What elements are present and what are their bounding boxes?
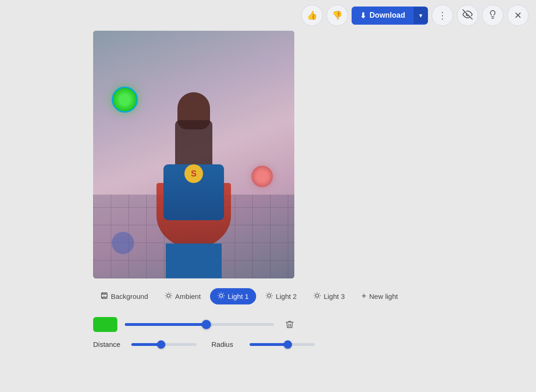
svg-line-25 bbox=[267, 293, 267, 294]
tab-ambient[interactable]: Ambient bbox=[157, 288, 208, 304]
svg-point-22 bbox=[268, 294, 271, 297]
svg-line-26 bbox=[271, 297, 271, 298]
toolbar: 👍 👎 ⬇ Download ▾ ⋮ bbox=[0, 0, 536, 31]
chevron-down-icon: ▾ bbox=[419, 12, 422, 19]
tab-light3[interactable]: Light 3 bbox=[306, 288, 352, 304]
trash-icon bbox=[285, 320, 294, 329]
color-row bbox=[93, 316, 315, 333]
controls-area: Distance Radius bbox=[93, 316, 315, 348]
svg-line-17 bbox=[223, 297, 224, 298]
thumbs-up-button[interactable]: 👍 bbox=[301, 5, 323, 26]
more-options-button[interactable]: ⋮ bbox=[432, 5, 453, 26]
lighting-toggle-button[interactable] bbox=[482, 5, 503, 26]
thumbs-up-icon: 👍 bbox=[307, 10, 317, 20]
svg-point-13 bbox=[220, 294, 223, 297]
close-icon: ✕ bbox=[514, 10, 522, 21]
tab-new-light[interactable]: + New light bbox=[354, 288, 405, 305]
tab-light1[interactable]: Light 1 bbox=[210, 288, 256, 304]
color-swatch[interactable] bbox=[93, 317, 117, 332]
radius-control: Radius bbox=[211, 340, 315, 348]
tab-background-label: Background bbox=[111, 292, 148, 300]
svg-line-35 bbox=[319, 297, 319, 298]
light-dot-blue[interactable] bbox=[112, 232, 134, 254]
svg-line-20 bbox=[219, 297, 219, 298]
plus-icon: + bbox=[361, 291, 366, 301]
close-button[interactable]: ✕ bbox=[507, 5, 529, 26]
svg-line-29 bbox=[267, 297, 267, 298]
svg-point-31 bbox=[316, 294, 319, 297]
radius-slider[interactable] bbox=[250, 343, 315, 346]
light2-icon bbox=[265, 292, 273, 301]
download-label: Download bbox=[370, 11, 405, 20]
download-button-group: ⬇ Download ▾ bbox=[352, 7, 428, 25]
ambient-icon bbox=[165, 292, 172, 301]
distance-slider[interactable] bbox=[131, 343, 197, 346]
delete-light-button[interactable] bbox=[281, 316, 298, 333]
svg-line-7 bbox=[166, 293, 167, 294]
tab-light2-label: Light 2 bbox=[276, 292, 297, 300]
svg-line-12 bbox=[170, 293, 171, 294]
distance-radius-row: Distance Radius bbox=[93, 340, 315, 348]
tabs-bar: Background Ambient Light 1 Light 2 Light bbox=[93, 288, 405, 305]
svg-line-38 bbox=[315, 297, 315, 298]
hide-overlay-button[interactable] bbox=[457, 5, 478, 26]
tab-light2[interactable]: Light 2 bbox=[258, 288, 304, 304]
tab-background[interactable]: Background bbox=[93, 288, 156, 304]
svg-line-16 bbox=[219, 293, 219, 294]
download-icon: ⬇ bbox=[360, 11, 366, 20]
distance-label: Distance bbox=[93, 340, 126, 348]
distance-control: Distance bbox=[93, 340, 197, 348]
tab-new-light-label: New light bbox=[369, 292, 398, 300]
download-main-button[interactable]: ⬇ Download bbox=[352, 7, 414, 25]
tab-light1-label: Light 1 bbox=[228, 292, 249, 300]
bulb-icon bbox=[488, 10, 497, 21]
svg-point-4 bbox=[167, 294, 170, 297]
radius-label: Radius bbox=[211, 340, 244, 348]
svg-line-8 bbox=[170, 297, 171, 298]
tab-ambient-label: Ambient bbox=[175, 292, 201, 300]
svg-line-30 bbox=[271, 293, 271, 294]
image-canvas: S bbox=[93, 31, 294, 278]
tab-light3-label: Light 3 bbox=[324, 292, 345, 300]
thumbs-down-icon: 👎 bbox=[332, 10, 342, 20]
light3-icon bbox=[313, 292, 321, 301]
light-dot-pink[interactable] bbox=[251, 166, 273, 187]
image-canvas-area: S bbox=[93, 31, 294, 278]
main-slider[interactable] bbox=[125, 323, 274, 326]
svg-line-11 bbox=[166, 297, 167, 298]
download-chevron-button[interactable]: ▾ bbox=[414, 7, 428, 24]
svg-line-21 bbox=[223, 293, 224, 294]
light1-icon bbox=[217, 292, 225, 301]
background-icon bbox=[101, 292, 108, 301]
light-dot-green[interactable] bbox=[112, 87, 138, 113]
main-content: S Background Ambient bbox=[0, 31, 536, 392]
thumbs-down-button[interactable]: 👎 bbox=[326, 5, 348, 26]
svg-line-39 bbox=[319, 293, 319, 294]
eye-off-icon bbox=[462, 9, 473, 22]
svg-line-34 bbox=[315, 293, 315, 294]
more-icon: ⋮ bbox=[438, 10, 448, 21]
